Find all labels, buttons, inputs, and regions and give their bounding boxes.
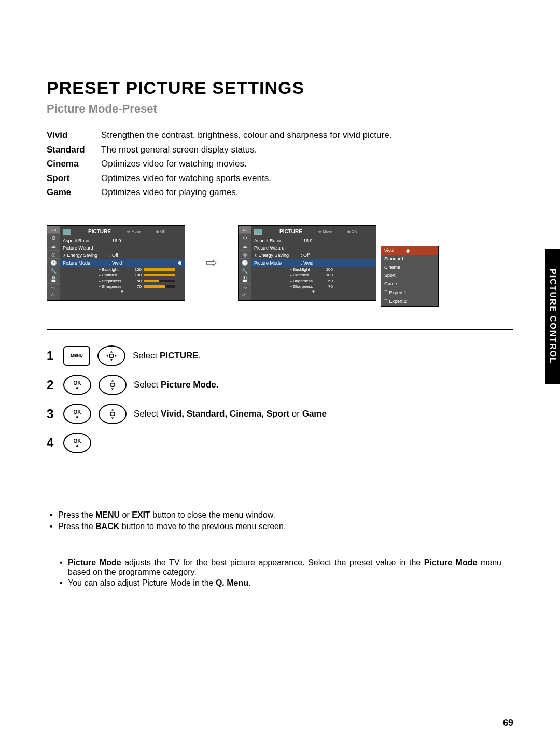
svg-rect-2 [110, 412, 115, 416]
osd-sidebar: ▭ ⚙ ☁ ◎ 🕒 🔧 💾 ⇨ 🔌 [47, 226, 60, 300]
dropdown-item-selected: Vivid ◉ [381, 246, 438, 255]
dropdown-item: Sport [381, 271, 438, 280]
more-arrow-icon: ▼ [63, 289, 181, 294]
osd-screenshot-2: ▭⚙☁◎🕒🔧💾⇨🔌 PICTURE◂▸ Move◉ OK Aspect Rati… [238, 225, 376, 301]
dropdown-item: ꔋ Expert 2 [381, 297, 438, 306]
mode-label: Vivid [47, 129, 101, 142]
mode-label: Sport [47, 172, 101, 185]
page-subtitle: Picture Mode-Preset [47, 102, 513, 116]
footer-notes: Press the MENU or EXIT button to close t… [47, 510, 513, 531]
step-1: 1 MENU Select PICTURE. [47, 345, 513, 366]
dropdown-item: Cinema [381, 263, 438, 271]
page-number: 69 [503, 717, 513, 728]
dropdown-item: Standard [381, 255, 438, 263]
drive-icon: 💾 [47, 275, 60, 284]
osd-hint-ok: ◉ OK [156, 230, 165, 234]
tv-icon: ▭ [47, 226, 60, 234]
osd-hint-move: ◂▸ Move [127, 230, 141, 234]
step-4: 4 OK [47, 433, 513, 453]
osd-item-highlighted: Picture Mode: Vivid [60, 259, 185, 267]
svg-rect-0 [110, 354, 114, 357]
ok-button-icon: OK [63, 375, 91, 395]
osd-dropdown: Vivid ◉ Standard Cinema Sport Game ꔋ Exp… [381, 246, 439, 307]
ok-button-icon: OK [63, 433, 91, 453]
osd-screenshot-2-wrap: ▭⚙☁◎🕒🔧💾⇨🔌 PICTURE◂▸ Move◉ OK Aspect Rati… [238, 225, 376, 301]
nav-button-icon [97, 345, 125, 366]
mode-descriptions: VividStrengthen the contrast, brightness… [47, 129, 513, 199]
osd-title: PICTURE [88, 229, 111, 234]
target-icon: ◎ [47, 251, 60, 259]
notebox-item: Picture Mode adjusts the TV for the best… [59, 558, 501, 577]
mode-desc: Strengthen the contrast, brightness, col… [101, 129, 513, 142]
arrow-right-icon: ⇨ [206, 255, 217, 271]
svg-rect-1 [110, 383, 115, 386]
usb-icon: 🔌 [47, 292, 60, 300]
nav-button-icon [99, 404, 127, 424]
osd-sidebar: ▭⚙☁◎🕒🔧💾⇨🔌 [239, 226, 251, 300]
dropdown-item: Game [381, 280, 438, 288]
note-box: Picture Mode adjusts the TV for the best… [47, 547, 513, 615]
dot-icon [178, 261, 181, 265]
osd-screenshot-1: ▭ ⚙ ☁ ◎ 🕒 🔧 💾 ⇨ 🔌 PICTURE◂▸ Move◉ OK Asp… [47, 225, 185, 301]
tool-icon: 🔧 [47, 267, 60, 275]
note: Press the MENU or EXIT button to close t… [47, 510, 513, 520]
step-2: 2 OK Select Picture Mode. [47, 375, 513, 395]
input-icon: ⇨ [47, 284, 60, 292]
osd-item: ꕊ Energy Saving [63, 253, 109, 258]
steps: 1 MENU Select PICTURE. 2 OK Select Pictu… [47, 345, 513, 453]
tv-icon [63, 229, 71, 235]
osd-illustration-row: ▭ ⚙ ☁ ◎ 🕒 🔧 💾 ⇨ 🔌 PICTURE◂▸ Move◉ OK Asp… [47, 225, 513, 301]
mode-desc: Optimizes video for watching sports even… [101, 172, 513, 185]
side-tab: PICTURE CONTROL [545, 249, 560, 384]
menu-button-icon: MENU [63, 346, 90, 366]
osd-item: Aspect Ratio [63, 238, 109, 243]
nav-button-icon [99, 375, 127, 395]
note: Press the BACK button to move to the pre… [47, 522, 513, 531]
dropdown-item: ꔋ Expert 1 [381, 288, 438, 297]
notebox-item: You can also adjust Picture Mode in the … [59, 578, 501, 588]
page-title: PRESET PICTURE SETTINGS [47, 78, 513, 98]
mode-label: Cinema [47, 157, 101, 171]
step-3: 3 OK Select Vivid, Standard, Cinema, Spo… [47, 404, 513, 424]
ok-button-icon: OK [63, 404, 91, 424]
gear-icon: ⚙ [47, 234, 60, 242]
mode-desc: Optimizes video for playing games. [101, 186, 513, 199]
slider-bar [144, 268, 175, 271]
cloud-icon: ☁ [47, 242, 60, 251]
mode-desc: The most general screen display status. [101, 143, 513, 157]
mode-desc: Optimizes video for watching movies. [101, 157, 513, 171]
osd-item: Picture Wizard [63, 245, 109, 251]
clock-icon: 🕒 [47, 259, 60, 267]
mode-label: Game [47, 186, 101, 199]
mode-label: Standard [47, 143, 101, 157]
separator [47, 329, 513, 330]
